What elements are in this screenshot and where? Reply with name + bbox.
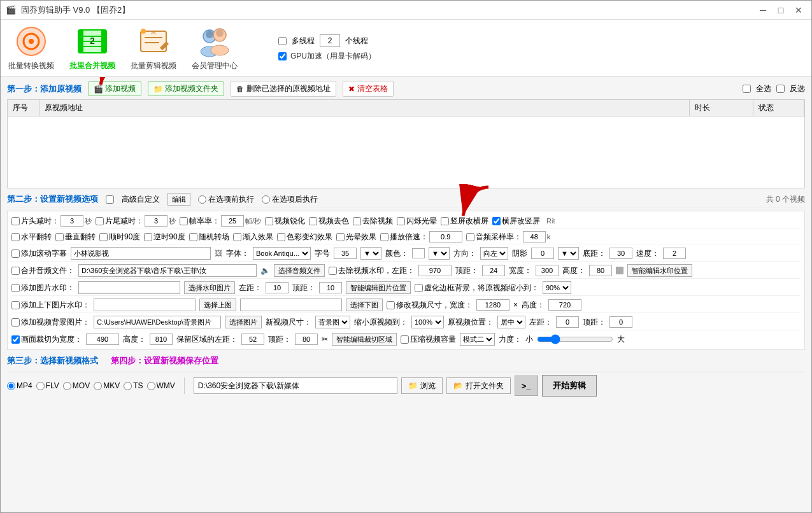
fps-input[interactable] <box>221 215 244 227</box>
scale-select[interactable]: 100% <box>411 316 444 328</box>
select-bg-button[interactable]: 选择图片 <box>225 316 262 328</box>
scroll-speed-input[interactable] <box>663 248 686 259</box>
multi-thread-checkbox[interactable] <box>278 37 287 45</box>
crop-w-input[interactable] <box>86 334 119 345</box>
crop-checkbox[interactable] <box>11 335 20 344</box>
wm-left-input[interactable] <box>418 265 452 276</box>
add-video-button[interactable]: 🎬 添加视频 <box>88 81 141 96</box>
shadow-select[interactable]: ▼ <box>558 247 579 260</box>
edit-button[interactable]: 编辑 <box>167 193 190 206</box>
grayscale-checkbox[interactable] <box>309 217 317 225</box>
toolbar-batch-merge[interactable]: 2 批里合并视频 <box>69 25 115 71</box>
img-top-input[interactable] <box>319 282 342 293</box>
scroll-text-input[interactable] <box>71 247 211 260</box>
new-size-select[interactable]: 背景图 <box>315 316 350 328</box>
color-select[interactable]: ▼ <box>429 247 450 260</box>
radio-flv[interactable] <box>36 382 45 390</box>
deselect-checkbox[interactable] <box>776 85 785 93</box>
radio-wmv[interactable] <box>147 382 155 390</box>
radio-before[interactable] <box>198 195 206 204</box>
resize-w-input[interactable] <box>476 299 509 311</box>
fps-checkbox[interactable] <box>180 217 188 225</box>
position-select[interactable]: 居中 <box>497 316 525 328</box>
rotate-cw-checkbox[interactable] <box>99 233 108 241</box>
sharpen-checkbox[interactable] <box>265 217 273 225</box>
virtual-val-select[interactable]: 90% <box>543 281 571 294</box>
minimize-button[interactable]: ─ <box>755 4 771 17</box>
clip-end-input[interactable] <box>145 215 167 227</box>
resize-h-input[interactable] <box>548 299 581 311</box>
keep-left-input[interactable] <box>241 334 264 345</box>
bg-top-input[interactable] <box>609 316 632 328</box>
bg-left-input[interactable] <box>556 316 579 328</box>
light-effect-checkbox[interactable] <box>336 233 345 241</box>
virtual-border-checkbox[interactable] <box>415 284 423 292</box>
select-bottom-button[interactable]: 选择下图 <box>346 299 383 311</box>
vertical-to-h-checkbox[interactable] <box>441 217 449 225</box>
smart-wm-button[interactable]: 智能编辑水印位置 <box>627 264 692 277</box>
resize-checkbox[interactable] <box>387 301 395 309</box>
clip-start-input[interactable] <box>61 215 83 227</box>
select-top-button[interactable]: 选择上图 <box>199 299 236 311</box>
compress-mode-select[interactable]: 模式二 <box>460 333 495 346</box>
audio-rate-checkbox[interactable] <box>466 233 474 241</box>
start-button[interactable]: 开始剪辑 <box>542 375 597 397</box>
rotate-ccw-checkbox[interactable] <box>144 233 152 241</box>
radio-mp4[interactable] <box>7 382 15 390</box>
toolbar-batch-convert[interactable]: 批量转换视频 <box>8 25 54 71</box>
remove-video-wm-checkbox[interactable] <box>329 267 337 275</box>
audio-path-input[interactable] <box>78 264 257 277</box>
scroll-text-checkbox[interactable] <box>11 249 20 258</box>
remove-wm-checkbox[interactable] <box>353 217 361 225</box>
toolbar-batch-edit[interactable]: ✂ 批量剪辑视频 <box>131 25 176 71</box>
keep-top-input[interactable] <box>295 334 318 345</box>
img-left-input[interactable] <box>266 282 288 293</box>
speed-checkbox[interactable] <box>380 233 388 241</box>
shadow-input[interactable] <box>531 248 554 259</box>
select-wm-img-button[interactable]: 选择水印图片 <box>184 281 235 294</box>
h-to-vertical-checkbox[interactable] <box>492 217 501 225</box>
overlay-checkbox[interactable] <box>11 301 20 309</box>
cmd-button[interactable]: >_ <box>515 376 538 396</box>
flicker-checkbox[interactable] <box>397 217 405 225</box>
add-folder-button[interactable]: 📁 添加视频文件夹 <box>148 81 224 96</box>
browse-button[interactable]: 📁 浏览 <box>401 377 443 394</box>
select-all-checkbox[interactable] <box>743 85 751 93</box>
close-button[interactable]: ✕ <box>791 4 806 17</box>
fade-checkbox[interactable] <box>233 233 241 241</box>
open-folder-button[interactable]: 📂 打开文件夹 <box>446 377 511 394</box>
thread-count-input[interactable] <box>320 34 340 47</box>
bg-path-input[interactable] <box>94 316 221 328</box>
clip-end-checkbox[interactable] <box>96 217 104 225</box>
flip-h-checkbox[interactable] <box>11 233 20 241</box>
add-img-wm-checkbox[interactable] <box>11 284 20 292</box>
clip-start-checkbox[interactable] <box>11 217 20 225</box>
audio-rate-input[interactable] <box>523 231 546 242</box>
radio-ts[interactable] <box>124 382 132 390</box>
overlay-input[interactable] <box>94 299 196 311</box>
font-select[interactable]: Book Antiqu... <box>253 247 311 260</box>
compress-checkbox[interactable] <box>401 335 409 344</box>
font-size-input[interactable] <box>334 248 357 259</box>
img-wm-path-input[interactable] <box>78 281 180 294</box>
smart-img-wm-button[interactable]: 智能编辑图片位置 <box>346 281 411 294</box>
wm-top-input[interactable] <box>482 265 505 276</box>
advanced-checkbox[interactable] <box>106 195 114 204</box>
delete-button[interactable]: 🗑 删除已选择的原视频地址 <box>231 81 336 97</box>
overlay-bottom-input[interactable] <box>240 299 342 311</box>
random-rotate-checkbox[interactable] <box>189 233 197 241</box>
add-bg-checkbox[interactable] <box>11 318 20 327</box>
font-size-select[interactable]: ▼ <box>360 247 381 260</box>
wm-height-input[interactable] <box>589 265 612 276</box>
direction-select[interactable]: 向左 <box>480 247 508 260</box>
color-change-checkbox[interactable] <box>277 233 285 241</box>
flip-v-checkbox[interactable] <box>55 233 64 241</box>
crop-h-input[interactable] <box>150 334 173 345</box>
radio-after[interactable] <box>262 195 270 204</box>
radio-mov[interactable] <box>63 382 71 390</box>
merge-audio-checkbox[interactable] <box>11 267 20 275</box>
save-path-input[interactable] <box>194 377 397 394</box>
select-audio-button[interactable]: 选择音频文件 <box>274 264 325 277</box>
color-swatch[interactable] <box>412 248 425 258</box>
wm-width-input[interactable] <box>536 265 559 276</box>
